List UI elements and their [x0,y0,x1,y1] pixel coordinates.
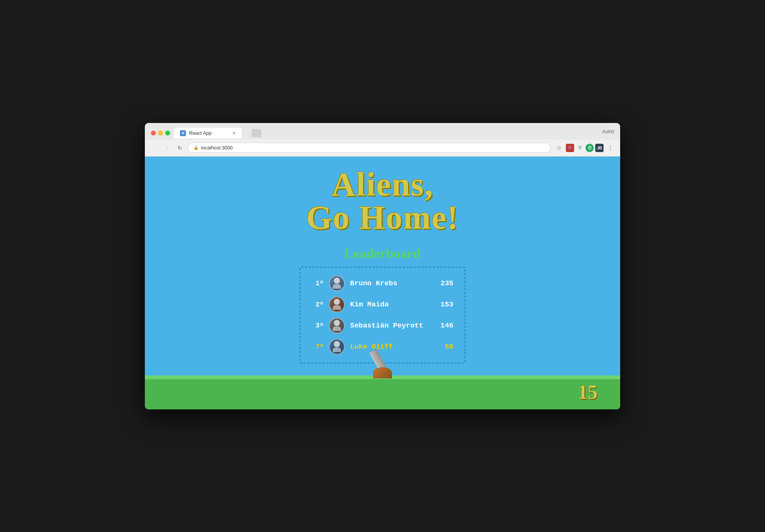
maximize-button[interactable] [165,131,170,135]
avatar [329,297,345,312]
table-row: 2º Kim Maida 153 [312,294,453,315]
player-score: 55 [435,343,453,351]
new-tab[interactable] [246,127,267,140]
ext-icon-2[interactable]: ▽ [576,144,584,152]
leaderboard-title: Leaderboard [300,246,465,261]
player-score: 235 [435,279,453,288]
menu-button[interactable]: ⋮ [605,143,616,153]
cannon [371,348,394,378]
game-viewport[interactable]: Aliens, Go Home! Leaderboard 1º Bruno Kr… [145,157,620,409]
minimize-button[interactable] [158,131,163,135]
toolbar-actions: ☆ 👾 ▽ ⏱ JB ⋮ [554,143,616,153]
player-rank: 1º [312,280,324,287]
game-title-line1: Aliens, [306,168,459,201]
forward-button[interactable]: › [162,143,172,153]
reload-button[interactable]: ↻ [175,143,185,153]
lock-icon: 🔒 [194,145,199,150]
browser-toolbar: ‹ › ↻ 🔒 localhost:3000 ☆ 👾 ▽ ⏱ JB ⋮ [145,140,620,157]
address-bar[interactable]: 🔒 localhost:3000 [188,143,551,153]
table-row: 1º Bruno Krebs 235 [312,273,453,294]
traffic-lights [151,131,170,135]
browser-window: ⚛ React App ✕ Auth0 ‹ › ↻ 🔒 localhost:30… [145,123,620,409]
ground-score: 15 [578,381,598,403]
browser-titlebar: ⚛ React App ✕ Auth0 [145,123,620,140]
player-rank: 7º [312,343,324,351]
player-name: Sebastián Peyrott [350,321,429,330]
active-tab[interactable]: ⚛ React App ✕ [174,128,242,138]
auth0-label: Auth0 [602,129,614,137]
game-title: Aliens, Go Home! [306,168,459,234]
game-title-line2: Go Home! [306,201,459,234]
ext-icon-1[interactable]: 👾 [566,144,574,152]
player-score: 146 [435,321,453,330]
ext-icon-3[interactable]: ⏱ [585,144,594,152]
bookmark-button[interactable]: ☆ [554,143,564,153]
player-score: 153 [435,300,453,309]
player-name: Bruno Krebs [350,279,429,288]
url-text: localhost:3000 [201,145,233,151]
tab-title: React App [189,130,212,136]
tab-close-button[interactable]: ✕ [232,131,236,136]
game-ground [145,375,620,409]
player-name: Kim Maida [350,300,429,309]
player-rank: 3º [312,322,324,329]
ext-icon-4[interactable]: JB [595,144,604,152]
leaderboard-container: Leaderboard 1º Bruno Krebs 235 [300,246,465,363]
tab-favicon: ⚛ [180,130,186,136]
avatar [329,339,345,355]
player-rank: 2º [312,301,324,308]
back-button[interactable]: ‹ [149,143,159,153]
table-row: 3º Sebastián Peyrott 146 [312,315,453,336]
close-button[interactable] [151,131,156,135]
avatar [329,318,345,334]
avatar [329,275,345,291]
